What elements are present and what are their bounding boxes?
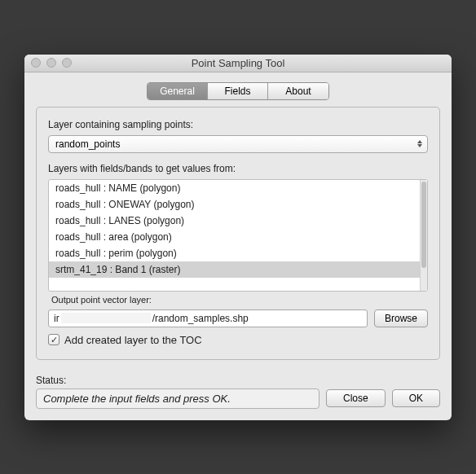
tab-general[interactable]: General [148, 83, 208, 99]
zoom-icon[interactable] [62, 58, 72, 68]
status-label: Status: [36, 375, 440, 386]
tabbar: General Fields About [36, 82, 440, 100]
scrollbar[interactable] [420, 180, 427, 291]
status-row: Complete the input fields and press OK. … [36, 388, 440, 409]
list-item[interactable]: roads_hull : area (polygon) [49, 229, 420, 245]
sampling-layer-value: random_points [55, 138, 120, 150]
browse-button[interactable]: Browse [374, 309, 428, 327]
add-to-toc-checkbox[interactable]: ✓ [48, 334, 60, 345]
window-title: Point Sampling Tool [24, 57, 452, 69]
tab-fields[interactable]: Fields [208, 83, 268, 99]
ok-button[interactable]: OK [392, 389, 440, 407]
close-icon[interactable] [31, 58, 41, 68]
output-label: Output point vector layer: [51, 295, 428, 305]
dialog-window: Point Sampling Tool General Fields About… [24, 55, 452, 420]
sampling-layer-select[interactable]: random_points [48, 135, 428, 153]
list-item[interactable]: srtm_41_19 : Band 1 (raster) [49, 261, 420, 278]
output-suffix: /random_samples.shp [152, 313, 249, 324]
traffic-lights [31, 58, 72, 68]
output-row: ir /random_samples.shp Browse [48, 309, 428, 327]
output-prefix: ir [54, 313, 60, 324]
minimize-icon[interactable] [46, 58, 56, 68]
list-item[interactable]: roads_hull : LANES (polygon) [49, 213, 420, 229]
list-item[interactable]: roads_hull : ONEWAY (polygon) [49, 196, 420, 213]
footer: Status: Complete the input fields and pr… [36, 375, 440, 409]
sources-list[interactable]: roads_hull : NAME (polygon) roads_hull :… [48, 179, 428, 292]
close-button[interactable]: Close [326, 389, 386, 407]
general-panel: Layer containing sampling points: random… [36, 107, 440, 360]
output-path-input[interactable]: ir /random_samples.shp [48, 309, 368, 327]
scroll-thumb[interactable] [421, 182, 426, 268]
tab-about[interactable]: About [268, 83, 328, 99]
list-item[interactable]: roads_hull : NAME (polygon) [49, 180, 420, 196]
sampling-layer-label: Layer containing sampling points: [48, 119, 428, 130]
add-to-toc-label: Add created layer to the TOC [64, 334, 202, 346]
check-icon: ✓ [51, 336, 58, 345]
sources-label: Layers with fields/bands to get values f… [48, 163, 428, 174]
chevron-updown-icon [417, 140, 422, 147]
list-item[interactable]: roads_hull : perim (polygon) [49, 245, 420, 261]
content: General Fields About Layer containing sa… [24, 72, 452, 420]
tabs: General Fields About [147, 82, 329, 100]
redacted-segment [61, 313, 151, 323]
titlebar: Point Sampling Tool [24, 55, 452, 72]
status-text: Complete the input fields and press OK. [36, 388, 320, 409]
add-to-toc-row: ✓ Add created layer to the TOC [48, 334, 428, 346]
